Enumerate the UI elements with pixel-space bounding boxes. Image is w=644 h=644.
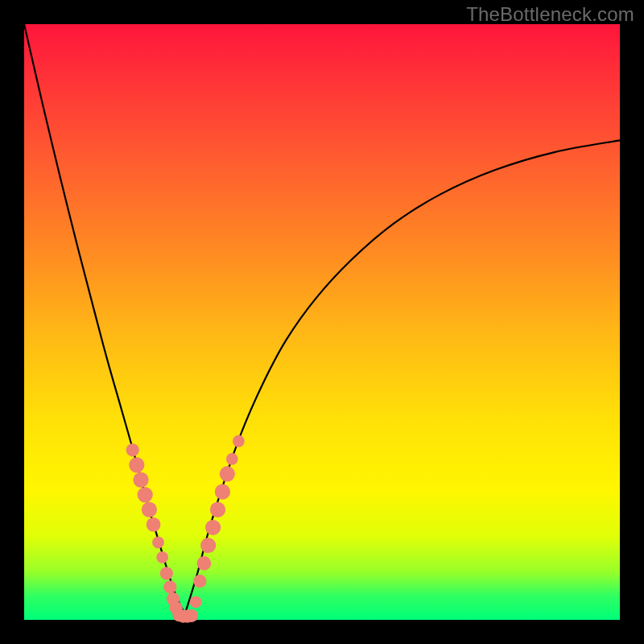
chart-svg: [24, 24, 620, 620]
marker-dot: [133, 472, 148, 487]
plot-area: [24, 24, 620, 620]
marker-dot: [156, 551, 168, 564]
marker-dot: [126, 444, 139, 456]
left-curve: [24, 24, 185, 614]
marker-dot: [147, 518, 161, 532]
marker-dot: [205, 520, 221, 535]
marker-dot: [160, 567, 173, 580]
marker-dot: [233, 436, 245, 448]
marker-dot: [152, 536, 164, 548]
marker-dot: [226, 453, 238, 465]
marker-dot: [193, 575, 206, 588]
marker-dot: [197, 556, 212, 571]
chart-frame: TheBottleneck.com: [0, 0, 644, 644]
marker-group: [126, 436, 245, 623]
marker-dot: [129, 457, 144, 473]
watermark-text: TheBottleneck.com: [466, 3, 634, 26]
marker-dot: [163, 580, 176, 593]
marker-dot: [185, 609, 198, 622]
marker-dot: [210, 502, 225, 517]
marker-dot: [142, 502, 157, 517]
right-curve: [185, 140, 620, 613]
marker-dot: [138, 487, 153, 502]
marker-dot: [200, 538, 216, 553]
marker-dot: [215, 484, 230, 499]
marker-dot: [220, 466, 235, 481]
marker-dot: [190, 596, 202, 608]
